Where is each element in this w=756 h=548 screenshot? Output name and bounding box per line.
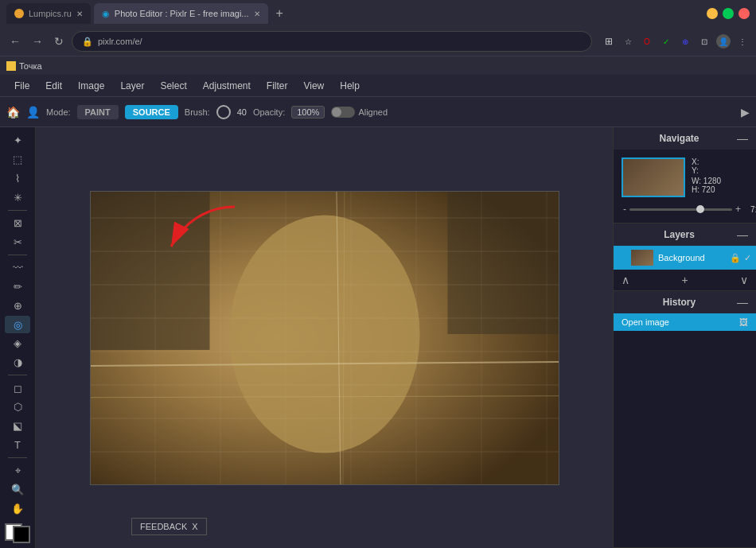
magic-wand-tool[interactable]: ✳ — [5, 188, 30, 206]
back-button[interactable]: ← — [6, 33, 24, 49]
navigate-thumbnail[interactable] — [622, 157, 685, 197]
bookmark-label[interactable]: Точка — [19, 61, 42, 71]
background-color[interactable] — [13, 526, 30, 543]
aligned-label: Aligned — [358, 107, 388, 117]
menu-image[interactable]: Image — [70, 78, 112, 94]
color-swatch[interactable] — [5, 523, 30, 543]
tab-pixlr-close[interactable]: ✕ — [254, 10, 260, 18]
tab-lumpics-close[interactable]: ✕ — [76, 10, 83, 18]
mode-paint-button[interactable]: PAINT — [77, 105, 119, 119]
layer-lock-icon[interactable]: 🔒 — [730, 253, 741, 263]
url-bar[interactable]: 🔒 pixlr.com/e/ — [72, 31, 592, 52]
text-tool[interactable]: T — [5, 436, 30, 453]
opera-icon[interactable]: O — [640, 34, 654, 49]
zoom-slider[interactable] — [629, 208, 732, 211]
hand-tool[interactable]: ✋ — [5, 499, 30, 517]
history-panel: History — Open image 🖼 — [614, 291, 756, 548]
menu-select[interactable]: Select — [152, 78, 194, 94]
navigate-collapse[interactable]: — — [737, 132, 748, 145]
scissors-tool[interactable]: ✂ — [5, 233, 30, 251]
heal-tool[interactable]: ⊕ — [5, 297, 30, 314]
feedback-close[interactable]: X — [192, 522, 197, 531]
cast-icon[interactable]: ⊡ — [697, 34, 711, 49]
extension-icon[interactable]: ⊕ — [678, 34, 692, 49]
window-controls — [707, 8, 750, 19]
history-image-icon: 🖼 — [739, 317, 748, 327]
navigate-panel: Navigate — X: Y: W: 1280 H: 720 — [614, 127, 756, 223]
translate-icon[interactable]: ⊞ — [602, 34, 616, 49]
layer-visibility-icon[interactable]: ▐ — [618, 251, 626, 264]
menu-layer[interactable]: Layer — [112, 78, 152, 94]
select-rect-tool[interactable]: ⬚ — [5, 151, 30, 169]
dodge-tool[interactable]: ◑ — [5, 354, 30, 371]
feedback-button[interactable]: FEEDBACK X — [131, 518, 207, 535]
layer-visible-icon[interactable]: ✓ — [744, 253, 751, 263]
photo-overlay — [91, 192, 559, 484]
menu-view[interactable]: View — [295, 78, 332, 94]
bookmark-icon[interactable]: ☆ — [621, 34, 635, 49]
minimize-button[interactable] — [707, 8, 718, 19]
brush-label: Brush: — [185, 107, 210, 117]
panel-collapse-button[interactable]: ▶ — [741, 106, 750, 119]
history-label: Open image — [622, 317, 735, 327]
canvas-area[interactable]: FEEDBACK X — [36, 127, 613, 548]
mode-label: Mode: — [46, 107, 71, 117]
crop-tool[interactable]: ⊠ — [5, 215, 30, 232]
user-button[interactable]: 👤 — [26, 106, 40, 119]
zoom-value: 71% — [744, 205, 756, 214]
mode-source-button[interactable]: SOURCE — [125, 105, 178, 119]
aligned-toggle[interactable]: Aligned — [331, 107, 388, 118]
history-header: History — — [614, 291, 756, 313]
forward-button[interactable]: → — [29, 33, 46, 49]
layer-move-down-button[interactable]: ∨ — [740, 274, 748, 286]
move-tool[interactable]: ✦ — [5, 132, 30, 150]
toggle-track[interactable] — [331, 107, 355, 118]
layer-item-background[interactable]: ▐ Background 🔒 ✓ — [614, 246, 756, 270]
menu-help[interactable]: Help — [332, 78, 368, 94]
browser-chrome: Lumpics.ru ✕ ◉ Photo Editor : Pixlr E - … — [0, 0, 756, 75]
shield-icon[interactable]: ✓ — [659, 34, 673, 49]
menu-adjustment[interactable]: Adjustment — [195, 78, 259, 94]
menu-edit[interactable]: Edit — [37, 78, 70, 94]
wave-tool[interactable]: 〰 — [5, 259, 30, 277]
pencil-tool[interactable]: ✏ — [5, 278, 30, 296]
zoom-tool[interactable]: 🔍 — [5, 481, 30, 499]
sharpen-tool[interactable]: ◈ — [5, 335, 30, 352]
gradient-tool[interactable]: ⬕ — [5, 418, 30, 435]
pixlr-favicon: ◉ — [102, 9, 110, 19]
lasso-tool[interactable]: ⌇ — [5, 169, 30, 187]
zoom-out-button[interactable]: - — [623, 204, 626, 215]
layers-collapse[interactable]: — — [737, 228, 748, 241]
layer-move-up-button[interactable]: ∧ — [622, 274, 629, 286]
url-text: pixlr.com/e/ — [98, 37, 142, 46]
menu-filter[interactable]: Filter — [259, 78, 296, 94]
zoom-in-button[interactable]: + — [735, 204, 741, 215]
tab-pixlr-label: Photo Editor : Pixlr E - free imagi... — [115, 9, 249, 18]
bucket-tool[interactable]: ⬡ — [5, 398, 30, 416]
canvas-image[interactable] — [90, 191, 559, 485]
refresh-button[interactable]: ↻ — [51, 33, 67, 49]
tab-lumpics[interactable]: Lumpics.ru ✕ — [6, 3, 91, 24]
close-button[interactable] — [738, 8, 750, 19]
maximize-button[interactable] — [723, 8, 734, 19]
history-title: History — [622, 297, 737, 308]
new-tab-button[interactable]: + — [271, 6, 288, 21]
history-collapse[interactable]: — — [737, 296, 748, 309]
menu-icon[interactable]: ⋮ — [735, 34, 750, 49]
layer-add-button[interactable]: + — [681, 274, 688, 286]
tool-separator-4 — [8, 457, 27, 458]
eyedropper-tool[interactable]: ⌖ — [5, 462, 30, 480]
opacity-value[interactable]: 100% — [291, 106, 325, 119]
tab-pixlr[interactable]: ◉ Photo Editor : Pixlr E - free imagi...… — [94, 3, 268, 24]
profile-icon[interactable]: 👤 — [716, 34, 731, 49]
layers-panel: Layers — ▐ Background 🔒 ✓ ∧ + ∨ — [614, 223, 756, 291]
history-item-open[interactable]: Open image 🖼 — [614, 313, 756, 331]
navigate-content: X: Y: W: 1280 H: 720 - + 71% — [614, 150, 756, 223]
brush-preview[interactable] — [216, 105, 231, 119]
menu-file[interactable]: File — [6, 78, 37, 94]
lock-icon: 🔒 — [82, 37, 93, 47]
home-button[interactable]: 🏠 — [6, 106, 20, 119]
eraser-tool[interactable]: ◻ — [5, 379, 30, 397]
clone-tool[interactable]: ◎ — [5, 316, 30, 333]
navigate-header: Navigate — — [614, 127, 756, 150]
